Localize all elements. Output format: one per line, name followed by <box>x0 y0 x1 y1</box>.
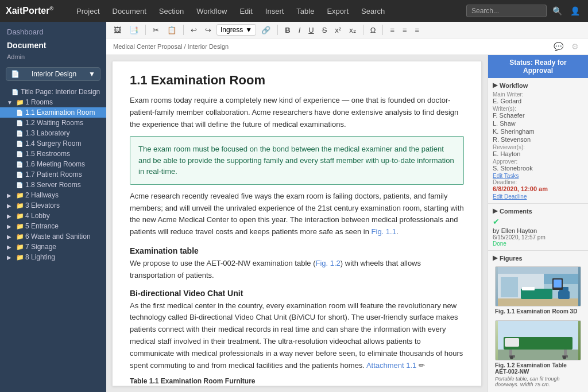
figure-2-caption: Fig. 1.2 Examination Table AET-002-NW <box>495 362 581 375</box>
section-title-video-chat: Bi-directional Video Chat Unit <box>130 289 464 298</box>
sidebar-item-label: 1.3 Laboratory <box>25 129 102 137</box>
toolbar-strikethrough[interactable]: S <box>319 25 330 36</box>
toolbar-separator-4 <box>363 25 363 35</box>
nav-table[interactable]: Table <box>291 5 320 18</box>
edit-icon[interactable]: ✏ <box>419 361 425 370</box>
svg-rect-5 <box>501 277 518 297</box>
sidebar-item-surgery-room[interactable]: 📄 1.4 Surgery Room <box>0 138 106 149</box>
sidebar-item-waste[interactable]: ▶ 📁 6 Waste and Sanition <box>0 231 106 242</box>
sidebar-section-title: Document <box>0 38 106 52</box>
edit-tasks-link[interactable]: Edit Tasks <box>493 173 583 179</box>
toolbar-pdf[interactable]: 📑 <box>126 25 141 36</box>
toolbar-copy[interactable]: 📋 <box>164 25 179 36</box>
sidebar-item-hallways[interactable]: ▶ 📁 2 Hallways <box>0 190 106 200</box>
toolbar-insert-image[interactable]: 🖼 <box>111 25 124 36</box>
sidebar-item-label: 1.1 Examination Room <box>25 108 102 117</box>
reviewer-1: E. Hayton <box>493 150 583 157</box>
sidebar-item-elevators[interactable]: ▶ 📁 3 Elevators <box>0 200 106 211</box>
doc-icon: 📄 <box>16 182 23 188</box>
sidebar-item-laboratory[interactable]: 📄 1.3 Laboratory <box>0 128 106 138</box>
sidebar-dashboard[interactable]: Dashboard <box>0 22 106 38</box>
figure-1-image <box>495 266 581 306</box>
nav-edit[interactable]: Edit <box>234 5 258 18</box>
settings-icon[interactable]: ⚙ <box>569 41 581 52</box>
svg-rect-11 <box>554 280 562 288</box>
fig-link-1[interactable]: Fig. 1.1 <box>372 227 396 236</box>
sidebar-item-meeting-rooms[interactable]: 📄 1.6 Meeting Rooms <box>0 159 106 169</box>
sidebar-item-server-rooms[interactable]: 📄 1.8 Server Rooms <box>0 180 106 190</box>
toolbar-separator-2 <box>183 25 184 35</box>
comments-icon: ▶ <box>493 207 497 215</box>
main-layout: Dashboard Document Admin 📄 Interior Desi… <box>0 22 588 392</box>
folder-icon: 📁 <box>16 99 23 106</box>
nav-workflow[interactable]: Workflow <box>191 5 233 18</box>
sidebar-document-dropdown[interactable]: 📄 Interior Design ▼ <box>6 67 100 81</box>
document-content[interactable]: 1.1 Examination Room Exam rooms today re… <box>112 61 482 386</box>
style-dropdown-label: Ingress <box>220 26 243 34</box>
toolbar-separator-3 <box>277 25 278 35</box>
toolbar-special-char[interactable]: Ω <box>368 25 379 36</box>
comments-section: ▶ Comments ✔ by Ellen Hayton 6/15/2020, … <box>488 204 588 251</box>
comment-author: by Ellen Hayton <box>493 227 583 234</box>
user-menu-icon[interactable]: 👤 <box>568 5 582 17</box>
nav-insert[interactable]: Insert <box>260 5 290 18</box>
doc-icon: 📄 <box>16 120 23 126</box>
expand-icon: ▶ <box>7 223 14 230</box>
toolbar-list-ordered[interactable]: ≡ <box>400 25 410 36</box>
edit-deadline-link[interactable]: Edit Deadline <box>493 193 583 200</box>
toolbar-undo[interactable]: ↩ <box>188 25 200 36</box>
document-body: Exam rooms today require a completely ne… <box>130 95 464 386</box>
toolbar-redo[interactable]: ↪ <box>202 25 214 36</box>
breadcrumb: Medical Center Proposal / Interior Desig… <box>113 43 229 50</box>
toolbar-superscript[interactable]: x² <box>332 25 344 36</box>
sidebar-item-rooms[interactable]: ▼ 📁 1 Rooms <box>0 97 106 107</box>
toolbar-underline[interactable]: U <box>305 25 316 36</box>
chat-icon[interactable]: 💬 <box>551 41 566 52</box>
nav-section[interactable]: Section <box>153 5 189 18</box>
sidebar-item-label: 8 Lighting <box>25 253 102 261</box>
comment-date: 6/15/2020, 12:57 pm <box>493 234 583 240</box>
sidebar-item-entrance[interactable]: ▶ 📁 5 Entrance <box>0 221 106 231</box>
toolbar-italic[interactable]: I <box>296 25 304 36</box>
nav-document[interactable]: Document <box>107 5 152 18</box>
sidebar-dropdown-icon: 📄 <box>11 70 20 78</box>
figure-2-desc: Portable table, can fit trough doorways.… <box>495 376 581 387</box>
doc-icon: 📄 <box>16 161 23 168</box>
sidebar-item-signage[interactable]: ▶ 📁 7 Signage <box>0 242 106 252</box>
search-input[interactable] <box>466 5 547 17</box>
sidebar-item-examination-room[interactable]: 📄 1.1 Examination Room <box>0 107 106 118</box>
toolbar-list-unordered[interactable]: ≡ <box>387 25 397 36</box>
folder-icon: 📁 <box>16 243 23 251</box>
svg-point-20 <box>510 356 513 359</box>
doc-icon: 📄 <box>16 110 23 116</box>
content-wrapper: 1.1 Examination Room Exam rooms today re… <box>106 55 588 392</box>
expand-icon: ▶ <box>7 192 14 199</box>
toolbar-link[interactable]: 🔗 <box>258 25 273 36</box>
svg-rect-8 <box>558 291 570 299</box>
sidebar-item-restrooms[interactable]: 📄 1.5 Restrooms <box>0 149 106 159</box>
toolbar-align[interactable]: ≡ <box>412 25 423 36</box>
nav-project[interactable]: Project <box>71 5 105 18</box>
toolbar-cut[interactable]: ✂ <box>150 25 162 36</box>
sidebar-item-waiting-rooms[interactable]: 📄 1.2 Waiting Rooms <box>0 118 106 128</box>
style-dropdown[interactable]: Ingress ▼ <box>216 24 256 36</box>
toolbar-subscript[interactable]: x₂ <box>346 25 359 36</box>
attachment-link[interactable]: Attachment 1.1 <box>366 361 416 370</box>
sidebar-item-label: 2 Hallways <box>25 191 102 199</box>
status-badge: Status: Ready for Approval <box>488 55 588 78</box>
sidebar-item-lighting[interactable]: ▶ 📁 8 Lighting <box>0 252 106 262</box>
sidebar-item-title-page[interactable]: 📄 Title Page: Interior Design <box>0 87 106 97</box>
fig-link-2[interactable]: Fig. 1.2 <box>315 259 340 267</box>
nav-export[interactable]: Export <box>321 5 354 18</box>
deadline-value: 6/8/2020, 12:00 am <box>493 185 583 192</box>
sidebar-item-patient-rooms[interactable]: 📄 1.7 Patient Rooms <box>0 169 106 180</box>
sidebar-item-label: 1.6 Meeting Rooms <box>25 160 102 168</box>
main-writer-label: Main Writer: <box>493 91 583 98</box>
top-navigation: XaitPorter® Project Document Section Wor… <box>0 0 588 22</box>
nav-search[interactable]: Search <box>355 5 390 18</box>
sidebar-item-lobby[interactable]: ▶ 📁 4 Lobby <box>0 211 106 221</box>
writers-label: Writer(s): <box>493 106 583 112</box>
toolbar-bold[interactable]: B <box>282 25 293 36</box>
search-icon[interactable]: 🔍 <box>550 5 564 17</box>
expand-icon: ▶ <box>7 254 14 261</box>
